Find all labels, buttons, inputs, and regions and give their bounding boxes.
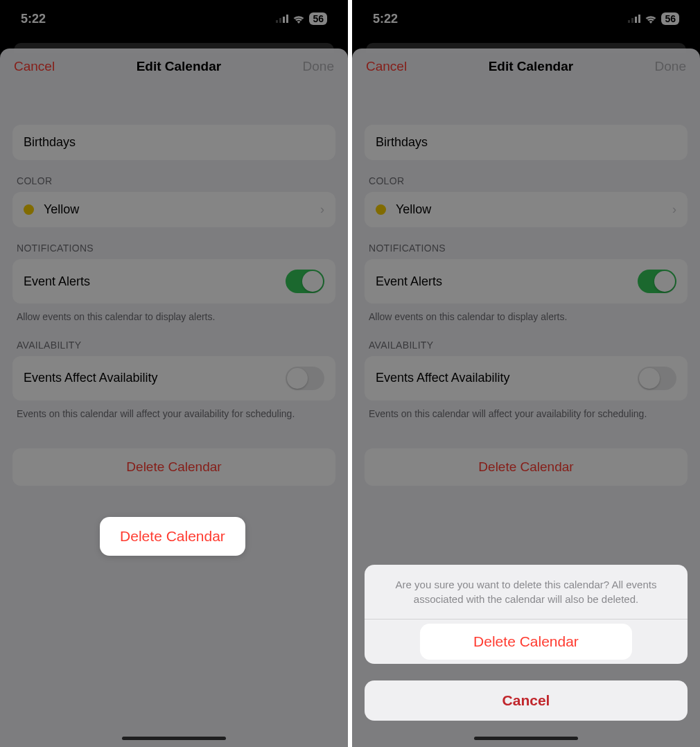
action-sheet-message: Are you sure you want to delete this cal… bbox=[365, 565, 688, 619]
action-sheet-cancel-button[interactable]: Cancel bbox=[365, 680, 688, 721]
phone-right: 5:22 56 Cancel Edit Calendar Done Birthd… bbox=[352, 0, 700, 747]
delete-calendar-highlight[interactable]: Delete Calendar bbox=[100, 517, 245, 556]
action-sheet: Are you sure you want to delete this cal… bbox=[365, 565, 688, 664]
confirm-delete-button[interactable]: Delete Calendar bbox=[420, 624, 632, 660]
dim-overlay bbox=[0, 0, 348, 747]
phone-left: 5:22 56 Cancel Edit Calendar Done Birthd… bbox=[0, 0, 348, 747]
